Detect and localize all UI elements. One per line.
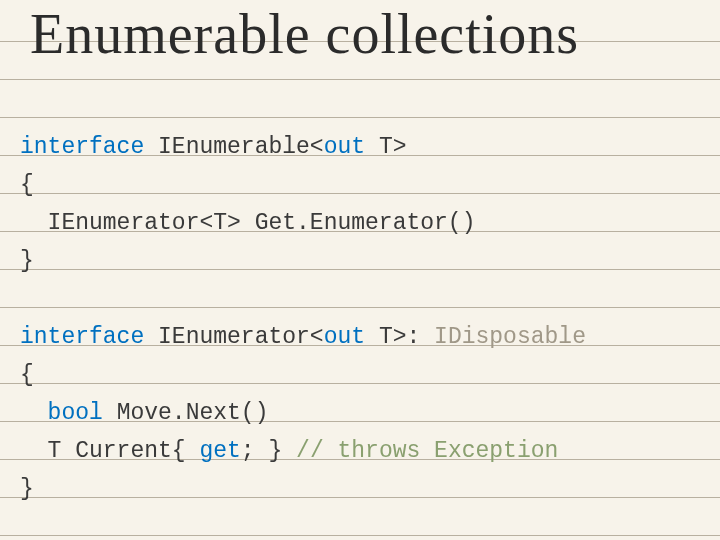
keyword-get: get [199,438,240,464]
comment: // throws Exception [296,438,558,464]
keyword-bool: bool [48,400,103,426]
keyword-out-2: out [324,324,365,350]
keyword-out-1: out [324,134,365,160]
brace-close-2: } [20,476,34,502]
keyword-interface-2: interface [20,324,144,350]
code-text: T Current{ [20,438,199,464]
code-text: IEnumerator< [144,324,323,350]
blank-line [20,286,34,312]
type-idisposable: IDisposable [434,324,586,350]
keyword-interface-1: interface [20,134,144,160]
code-block: interface IEnumerable<out T> { IEnumerat… [20,128,586,508]
code-text: T> [365,134,406,160]
indent [20,400,48,426]
brace-close-1: } [20,248,34,274]
code-text: IEnumerable< [144,134,323,160]
code-text: ; } [241,438,296,464]
brace-open-1: { [20,172,34,198]
notebook-paper: Enumerable collections interface IEnumer… [0,0,720,540]
code-line-method-1: IEnumerator<T> Get.Enumerator() [20,210,475,236]
code-text: T>: [365,324,434,350]
slide-title: Enumerable collections [30,6,579,62]
brace-open-2: { [20,362,34,388]
code-text: Move.Next() [103,400,269,426]
